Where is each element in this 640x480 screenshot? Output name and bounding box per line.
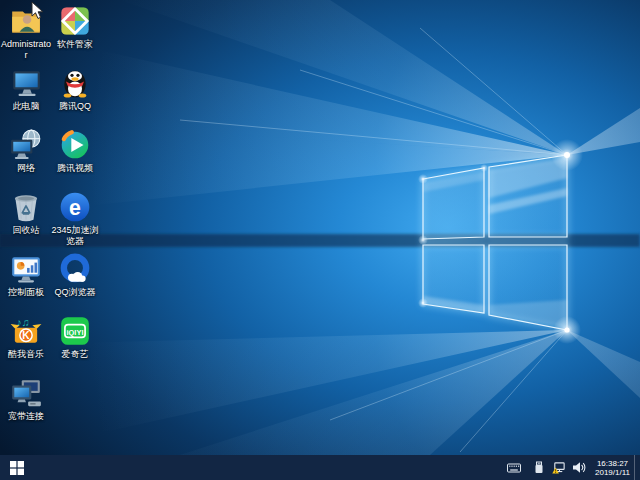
start-button[interactable] <box>0 455 34 480</box>
iqiyi-icon: iQIYI <box>58 314 92 348</box>
icon-label: Administrator <box>0 39 52 61</box>
icon-label: 宽带连接 <box>8 411 44 422</box>
desktop-icon-2345-browser[interactable]: e 2345加速浏览器 <box>49 190 101 247</box>
2345-browser-icon: e <box>58 190 92 224</box>
tencent-video-icon <box>58 128 92 162</box>
desktop-icon-recycle-bin[interactable]: 回收站 <box>0 190 52 236</box>
control-panel-icon <box>9 252 43 286</box>
icon-label: 酷我音乐 <box>8 349 44 360</box>
desktop-icon-software-manager[interactable]: 软件管家 <box>49 4 101 50</box>
icon-label: 网络 <box>17 163 35 174</box>
system-tray: 16:38:27 2019/1/11 <box>504 455 640 480</box>
network-warning-icon[interactable] <box>552 461 566 475</box>
icon-label: 爱奇艺 <box>62 349 89 360</box>
desktop: Administrator 此电脑 网络 <box>0 0 640 480</box>
icon-label: QQ浏览器 <box>54 287 95 298</box>
desktop-icon-this-pc[interactable]: 此电脑 <box>0 66 52 112</box>
desktop-icon-network[interactable]: 网络 <box>0 128 52 174</box>
touch-keyboard-icon[interactable] <box>507 461 521 475</box>
user-folder-icon <box>9 4 43 38</box>
windows-logo-icon <box>10 461 24 475</box>
recycle-bin-icon <box>9 190 43 224</box>
icon-label: 此电脑 <box>13 101 40 112</box>
icon-label: 腾讯QQ <box>59 101 91 112</box>
desktop-icon-administrator[interactable]: Administrator <box>0 4 52 61</box>
desktop-icon-control-panel[interactable]: 控制面板 <box>0 252 52 298</box>
icon-label: 控制面板 <box>8 287 44 298</box>
icon-label: 2345加速浏览器 <box>49 225 101 247</box>
desktop-icon-tencent-video[interactable]: 腾讯视频 <box>49 128 101 174</box>
letter-e-glyph: e <box>69 196 81 220</box>
icon-label: 腾讯视频 <box>57 163 93 174</box>
desktop-icon-broadband[interactable]: 宽带连接 <box>0 376 52 422</box>
desktop-icon-qq-browser[interactable]: QQ浏览器 <box>49 252 101 298</box>
taskbar: 16:38:27 2019/1/11 <box>0 455 640 480</box>
desktop-icon-kuwo-music[interactable]: ♪♫ K 酷我音乐 <box>0 314 52 360</box>
iqiyi-wordmark: iQIYI <box>67 328 84 337</box>
usb-device-icon[interactable] <box>532 461 546 475</box>
network-globe-icon <box>9 128 43 162</box>
computer-icon <box>9 66 43 100</box>
desktop-icon-tencent-qq[interactable]: 腾讯QQ <box>49 66 101 112</box>
broadband-connection-icon <box>9 376 43 410</box>
kuwo-music-icon: ♪♫ K <box>9 314 43 348</box>
qq-browser-icon <box>58 252 92 286</box>
taskbar-clock[interactable]: 16:38:27 2019/1/11 <box>595 459 630 477</box>
icon-label: 软件管家 <box>57 39 93 50</box>
clock-time: 16:38:27 <box>595 459 630 468</box>
desktop-icon-iqiyi[interactable]: iQIYI 爱奇艺 <box>49 314 101 360</box>
software-manager-icon <box>58 4 92 38</box>
qq-penguin-icon <box>58 66 92 100</box>
icon-label: 回收站 <box>13 225 40 236</box>
clock-date: 2019/1/11 <box>595 468 630 477</box>
kuwo-k-letter: K <box>22 330 30 341</box>
volume-icon[interactable] <box>572 461 586 475</box>
show-desktop-button[interactable] <box>634 455 640 480</box>
